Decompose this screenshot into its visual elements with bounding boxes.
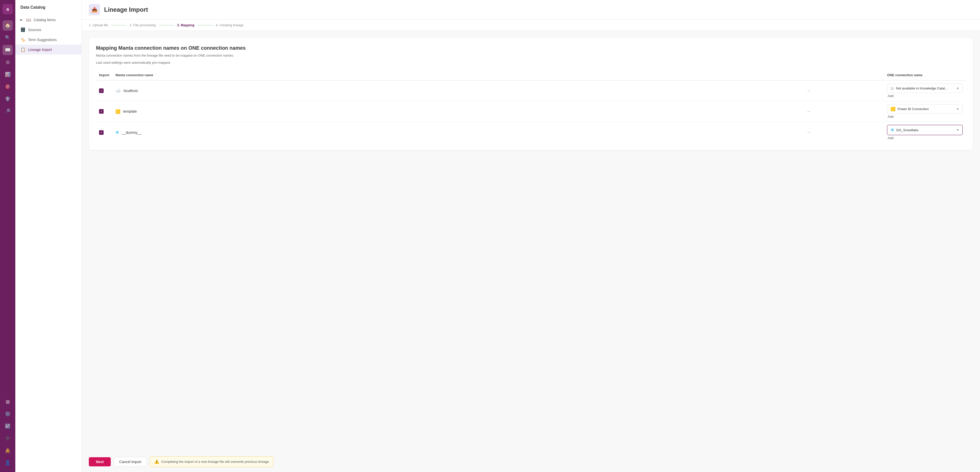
rail-shield-icon[interactable]: 🛡️: [3, 94, 13, 104]
row-localhost-one-cell: ◎ Not available in Knowledge Catal... ▼ …: [887, 84, 963, 98]
mapping-card: Mapping Manta connection names on ONE co…: [89, 38, 973, 150]
template-dropdown-arrow: ▼: [956, 107, 959, 111]
content-area: Mapping Manta connection names on ONE co…: [82, 31, 980, 451]
icon-rail: a 🏠 🔍 📖 ⊞ 📊 🎯 🛡️ 🔎 ▦ ⚙️ ☑️ ➕ 🔔 👤: [0, 0, 15, 472]
catalog-items-icon: 📖: [26, 17, 31, 22]
sidebar-item-term-suggestions[interactable]: 🏷️ Term Suggestions: [15, 35, 81, 44]
row-dummy-checkbox[interactable]: [99, 130, 103, 135]
sources-label: Sources: [28, 28, 41, 32]
snowflake-manta-icon: ❄: [115, 130, 119, 135]
powerbi-one-icon: 🟨: [891, 106, 896, 111]
rail-catalog-icon[interactable]: 📖: [3, 45, 13, 55]
step-mapping-label: 3. Mapping: [177, 23, 194, 27]
rail-grid-icon[interactable]: ▦: [3, 396, 13, 407]
page-title: Lineage Import: [104, 6, 148, 13]
localhost-one-name: Not available in Knowledge Catal...: [896, 86, 948, 90]
row-localhost-manta-name: ☁️ localhost: [115, 88, 729, 93]
mapping-table: Import Manta connection name ONE connect…: [96, 71, 966, 143]
sidebar-section-title: Data Catalog: [15, 5, 81, 15]
row-localhost-add[interactable]: Add: [887, 94, 963, 98]
snowflake-one-icon: ❄: [891, 127, 894, 133]
mapping-desc-1: Manta connection names from the lineage …: [96, 53, 966, 58]
rail-check-icon[interactable]: ☑️: [3, 421, 13, 431]
rail-target-icon[interactable]: 🎯: [3, 82, 13, 92]
sidebar-item-lineage-import[interactable]: 📋 Lineage Import: [15, 44, 81, 55]
warning-text: Completing the import of a new lineage f…: [161, 460, 269, 464]
row-localhost-checkbox[interactable]: [99, 89, 103, 93]
not-available-icon: ◎: [891, 86, 894, 91]
row-template-dropdown[interactable]: 🟨 Power BI Connection ▼: [887, 104, 963, 114]
warning-icon: ⚠️: [154, 459, 159, 464]
rail-bell-icon[interactable]: 🔔: [3, 445, 13, 456]
step-processing-label: 2. File processing: [130, 23, 156, 27]
row-localhost-dropdown[interactable]: ◎ Not available in Knowledge Catal... ▼: [887, 84, 963, 93]
step-upload: 1. Upload file: [89, 23, 108, 27]
catalog-items-label: Catalog Items: [34, 18, 56, 22]
dummy-dropdown-arrow: ▼: [956, 128, 959, 132]
row-template-arrow: →: [733, 101, 884, 122]
warning-banner: ⚠️ Completing the import of a new lineag…: [150, 456, 273, 467]
row-dummy-add[interactable]: Add: [887, 136, 963, 140]
row-dummy-manta-name: ❄ __dummy__: [115, 130, 729, 135]
row-template-add[interactable]: Add: [887, 115, 963, 119]
rail-magnify-icon[interactable]: 🔎: [3, 106, 13, 116]
rail-home-icon[interactable]: 🏠: [3, 21, 13, 30]
row-template-one-cell: 🟨 Power BI Connection ▼ Add: [887, 104, 963, 119]
lineage-import-label: Lineage Import: [28, 48, 52, 52]
page-header: 📤 Lineage Import: [82, 0, 980, 20]
step-creating: 4. Creating lineage: [216, 23, 244, 27]
row-dummy-one-cell: ❄ DO_Snowflake ▼ Add: [887, 125, 963, 140]
localhost-dropdown-arrow: ▼: [956, 87, 959, 90]
steps-bar: 1. Upload file 2. File processing 3. Map…: [82, 20, 980, 31]
rail-chart-icon[interactable]: 📊: [3, 69, 13, 79]
dummy-one-name: DO_Snowflake: [896, 128, 918, 132]
table-row: ❄ __dummy__ → ❄ DO_Snowflake: [96, 122, 966, 143]
row-template-checkbox[interactable]: [99, 109, 103, 114]
localhost-label: localhost: [124, 89, 138, 93]
row-dummy-dropdown[interactable]: ❄ DO_Snowflake ▼: [887, 125, 963, 135]
next-button[interactable]: Next: [89, 457, 111, 466]
term-suggestions-icon: 🏷️: [21, 37, 25, 42]
col-import: Import: [96, 71, 112, 80]
app-logo[interactable]: a: [3, 4, 13, 14]
step-connector-3: [197, 25, 213, 25]
rail-settings-icon[interactable]: ⚙️: [3, 409, 13, 419]
cancel-button[interactable]: Cancel import: [114, 457, 146, 467]
table-row: 🟨 template → 🟨 Power BI Connection: [96, 101, 966, 122]
sidebar-item-catalog-items[interactable]: ▶ 📖 Catalog Items: [15, 15, 81, 25]
step-creating-label: 4. Creating lineage: [216, 23, 244, 27]
template-one-name: Power BI Connection: [897, 107, 929, 111]
row-localhost-arrow: →: [733, 80, 884, 101]
col-manta: Manta connection name: [112, 71, 732, 80]
powerbi-manta-icon: 🟨: [115, 109, 121, 114]
rail-layers-icon[interactable]: ⊞: [3, 57, 13, 67]
step-processing: 2. File processing: [130, 23, 156, 27]
step-connector-1: [111, 25, 127, 25]
rail-user-icon[interactable]: 👤: [3, 458, 13, 468]
sidebar-item-sources[interactable]: 🗄️ Sources: [15, 25, 81, 35]
dummy-label: __dummy__: [122, 130, 142, 135]
row-template-manta-name: 🟨 template: [115, 109, 729, 114]
lineage-import-icon: 📋: [21, 47, 25, 52]
template-label: template: [123, 109, 137, 113]
main-area: 📤 Lineage Import 1. Upload file 2. File …: [82, 0, 980, 472]
step-mapping: 3. Mapping: [177, 23, 194, 27]
table-row: ☁️ localhost → ◎ Not available in Knowle: [96, 80, 966, 101]
step-upload-label: 1. Upload file: [89, 23, 108, 27]
row-dummy-arrow: →: [733, 122, 884, 143]
rail-plus-icon[interactable]: ➕: [3, 433, 13, 443]
sidebar: Data Catalog ▶ 📖 Catalog Items 🗄️ Source…: [15, 0, 82, 472]
header-icon: 📤: [89, 4, 100, 15]
rail-search-icon[interactable]: 🔍: [3, 33, 13, 43]
catalog-items-chevron: ▶: [21, 18, 22, 21]
step-connector-2: [159, 25, 174, 25]
footer: Next Cancel import ⚠️ Completing the imp…: [82, 451, 980, 472]
term-suggestions-label: Term Suggestions: [28, 38, 57, 42]
col-one: ONE connection name: [884, 71, 966, 80]
sources-icon: 🗄️: [21, 27, 25, 32]
mapping-title: Mapping Manta connection names on ONE co…: [96, 45, 966, 51]
cloud-icon: ☁️: [115, 88, 121, 93]
mapping-desc-2: Last used settings were automatically pr…: [96, 60, 966, 65]
